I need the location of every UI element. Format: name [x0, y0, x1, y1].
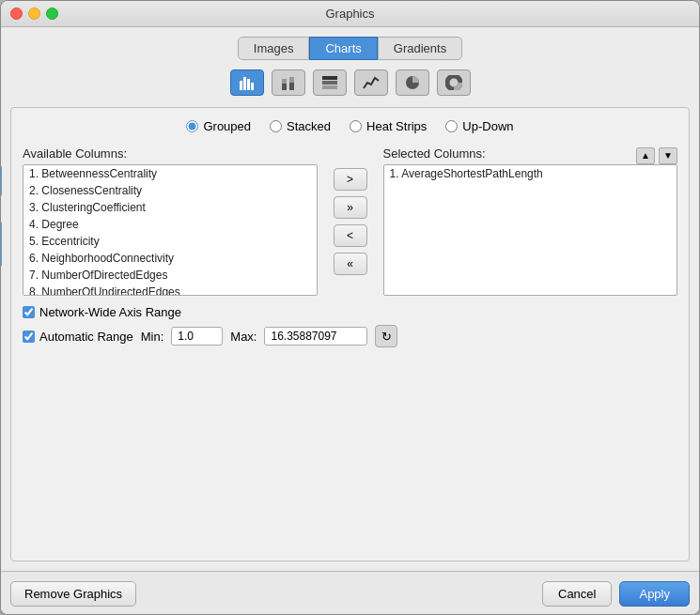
selected-columns-label: Selected Columns:: [383, 146, 486, 161]
selected-columns-box: Selected Columns: ▲ ▼ 1. AverageShortest…: [383, 146, 678, 296]
close-button[interactable]: [10, 8, 23, 20]
available-column-item[interactable]: 2. ClosenessCentrality: [23, 182, 317, 199]
svg-rect-3: [251, 83, 254, 90]
cancel-button[interactable]: Cancel: [542, 581, 612, 607]
main-panel: Data Options Grouped Stacked Heat Strips: [10, 107, 690, 561]
bar-chart-grouped-icon[interactable]: [230, 69, 264, 96]
remove-graphics-button[interactable]: Remove Graphics: [10, 581, 136, 607]
range-row: Automatic Range Min: Max: ↻: [23, 325, 677, 347]
svg-rect-0: [240, 81, 242, 90]
svg-rect-10: [322, 85, 337, 89]
svg-rect-2: [247, 79, 250, 90]
sidebar-tab-options[interactable]: Options: [0, 221, 2, 268]
network-wide-checkbox[interactable]: [23, 306, 35, 318]
content-area: Images Charts Gradients: [1, 27, 699, 571]
bar-chart-heat-icon[interactable]: [313, 69, 347, 96]
add-all-button[interactable]: »: [334, 196, 367, 219]
tab-images[interactable]: Images: [238, 37, 310, 60]
radio-heat-strips[interactable]: Heat Strips: [350, 119, 427, 133]
refresh-button[interactable]: ↻: [375, 325, 397, 347]
pie-chart-icon[interactable]: [396, 69, 429, 96]
titlebar: Graphics: [1, 1, 699, 27]
traffic-lights: [10, 8, 58, 20]
max-label: Max:: [230, 330, 257, 344]
chart-icon-bar: [10, 69, 690, 96]
svg-rect-9: [322, 81, 337, 85]
automatic-range-checkbox-label[interactable]: Automatic Range: [23, 330, 133, 344]
available-columns-list[interactable]: 1. BetweennessCentrality2. ClosenessCent…: [23, 164, 318, 296]
chart-type-radio-group: Grouped Stacked Heat Strips Up-Down: [23, 119, 677, 133]
minimize-button[interactable]: [28, 8, 40, 20]
main-window: Graphics Images Charts Gradients: [0, 0, 700, 615]
ring-chart-icon[interactable]: [437, 69, 471, 96]
automatic-range-checkbox[interactable]: [23, 331, 35, 343]
add-one-button[interactable]: >: [334, 168, 367, 191]
min-input[interactable]: [171, 327, 223, 346]
right-buttons: Cancel Apply: [542, 581, 690, 607]
bar-chart-stacked-icon[interactable]: [272, 69, 305, 96]
bottom-bar: Remove Graphics Cancel Apply: [1, 571, 699, 614]
available-columns-label: Available Columns:: [23, 146, 318, 161]
apply-button[interactable]: Apply: [619, 581, 690, 607]
available-column-item[interactable]: 3. ClusteringCoefficient: [23, 199, 317, 216]
svg-rect-1: [243, 77, 246, 90]
remove-all-button[interactable]: «: [334, 253, 367, 275]
sort-buttons: ▲ ▼: [636, 147, 677, 164]
maximize-button[interactable]: [46, 8, 58, 20]
available-column-item[interactable]: 6. NeighborhoodConnectivity: [23, 250, 317, 267]
radio-stacked[interactable]: Stacked: [270, 119, 331, 133]
window-title: Graphics: [325, 7, 374, 21]
sidebar-tab-data[interactable]: Data: [0, 164, 2, 197]
radio-up-down[interactable]: Up-Down: [445, 119, 513, 133]
available-column-item[interactable]: 8. NumberOfUndirectedEdges: [23, 284, 317, 296]
sort-down-button[interactable]: ▼: [659, 147, 677, 164]
svg-rect-5: [282, 79, 287, 84]
columns-area: Available Columns: 1. BetweennessCentral…: [23, 146, 677, 296]
tab-gradients[interactable]: Gradients: [378, 37, 462, 60]
available-column-item[interactable]: 1. BetweennessCentrality: [23, 165, 317, 182]
sort-up-button[interactable]: ▲: [636, 147, 655, 164]
selected-column-item[interactable]: 1. AverageShortestPathLength: [384, 165, 677, 182]
max-input[interactable]: [264, 327, 367, 346]
radio-grouped[interactable]: Grouped: [186, 119, 251, 133]
tab-bar: Images Charts Gradients: [10, 37, 690, 60]
selected-columns-list[interactable]: 1. AverageShortestPathLength: [383, 164, 678, 296]
min-label: Min:: [141, 330, 164, 344]
available-column-item[interactable]: 4. Degree: [23, 216, 317, 233]
network-wide-option-row: Network-Wide Axis Range: [23, 305, 677, 319]
available-columns-box: Available Columns: 1. BetweennessCentral…: [23, 146, 318, 296]
remove-one-button[interactable]: <: [334, 224, 367, 247]
available-column-item[interactable]: 7. NumberOfDirectedEdges: [23, 267, 317, 284]
svg-rect-8: [322, 76, 337, 80]
line-chart-icon[interactable]: [354, 69, 388, 96]
arrow-buttons: > » < «: [327, 146, 374, 296]
tab-charts[interactable]: Charts: [309, 37, 377, 60]
available-column-item[interactable]: 5. Eccentricity: [23, 233, 317, 250]
svg-rect-7: [289, 77, 294, 83]
selected-columns-header: Selected Columns: ▲ ▼: [383, 146, 678, 164]
network-wide-checkbox-label[interactable]: Network-Wide Axis Range: [23, 305, 181, 319]
